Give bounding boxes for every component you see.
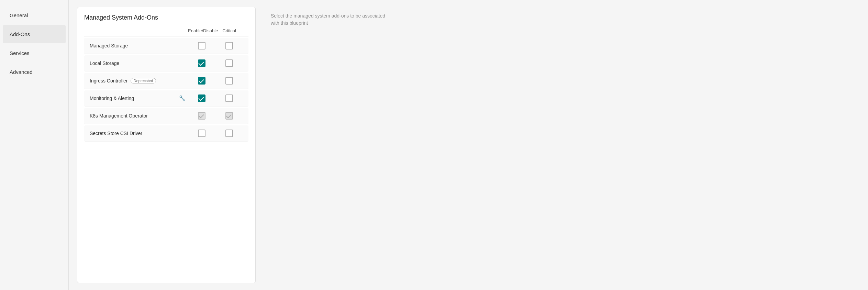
addon-controls-monitoring-alerting: 🔧	[178, 94, 243, 102]
panel-title: Managed System Add-Ons	[84, 14, 248, 21]
enable-checkbox-ingress-controller[interactable]	[198, 77, 205, 85]
sidebar: GeneralAdd-OnsServicesAdvanced	[0, 0, 69, 290]
addon-name-secrets-store-csi-driver: Secrets Store CSI Driver	[90, 131, 178, 136]
addon-controls-managed-storage	[178, 42, 243, 49]
addon-controls-secrets-store-csi-driver	[178, 130, 243, 137]
addons-panel: Managed System Add-Ons Enable/Disable Cr…	[77, 7, 256, 283]
critical-checkbox-managed-storage[interactable]	[225, 42, 233, 49]
sidebar-item-advanced[interactable]: Advanced	[3, 63, 66, 81]
enable-checkbox-managed-storage[interactable]	[198, 42, 205, 49]
addon-row-local-storage: Local Storage	[84, 55, 248, 71]
addon-row-k8s-management-operator: K8s Management Operator	[84, 108, 248, 124]
sidebar-item-general[interactable]: General	[3, 6, 66, 24]
addon-controls-local-storage	[178, 59, 243, 67]
addon-row-monitoring-alerting: Monitoring & Alerting🔧	[84, 90, 248, 107]
enable-checkbox-k8s-management-operator[interactable]	[198, 112, 205, 120]
addon-row-ingress-controller: Ingress ControllerDeprecated	[84, 73, 248, 89]
addon-row-managed-storage: Managed Storage	[84, 38, 248, 54]
addon-name-monitoring-alerting: Monitoring & Alerting	[90, 96, 178, 101]
critical-checkbox-monitoring-alerting[interactable]	[225, 94, 233, 102]
enable-checkbox-secrets-store-csi-driver[interactable]	[198, 130, 205, 137]
sidebar-item-services[interactable]: Services	[3, 44, 66, 62]
col-enable-disable: Enable/Disable	[188, 28, 215, 33]
critical-checkbox-k8s-management-operator[interactable]	[225, 112, 233, 120]
addons-list: Managed StorageLocal StorageIngress Cont…	[84, 38, 248, 142]
addon-controls-k8s-management-operator	[178, 112, 243, 120]
hint-text: Select the managed system add-ons to be …	[264, 7, 394, 283]
wrench-icon-monitoring-alerting[interactable]: 🔧	[179, 95, 186, 101]
enable-checkbox-monitoring-alerting[interactable]	[198, 94, 205, 102]
critical-checkbox-secrets-store-csi-driver[interactable]	[225, 130, 233, 137]
critical-checkbox-ingress-controller[interactable]	[225, 77, 233, 85]
addon-name-local-storage: Local Storage	[90, 60, 178, 66]
addon-name-k8s-management-operator: K8s Management Operator	[90, 113, 178, 119]
addon-name-managed-storage: Managed Storage	[90, 43, 178, 48]
table-header: Enable/Disable Critical	[84, 27, 248, 36]
main-content: Managed System Add-Ons Enable/Disable Cr…	[69, 0, 868, 290]
sidebar-item-add-ons[interactable]: Add-Ons	[3, 25, 66, 43]
addon-badge-ingress-controller: Deprecated	[131, 78, 156, 83]
addon-controls-ingress-controller	[178, 77, 243, 85]
col-critical: Critical	[215, 28, 243, 33]
addon-name-ingress-controller: Ingress ControllerDeprecated	[90, 78, 178, 83]
enable-checkbox-local-storage[interactable]	[198, 59, 205, 67]
critical-checkbox-local-storage[interactable]	[225, 59, 233, 67]
addon-row-secrets-store-csi-driver: Secrets Store CSI Driver	[84, 125, 248, 142]
